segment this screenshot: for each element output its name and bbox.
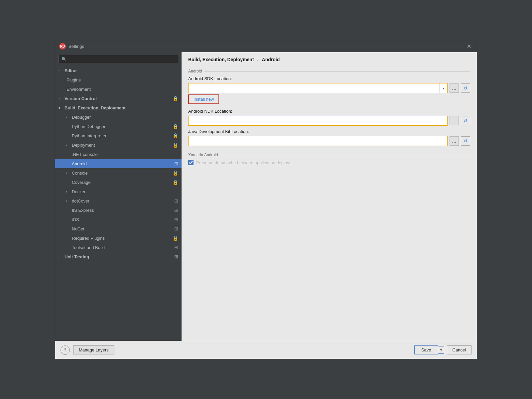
sdk-location-combo[interactable]: ▾ <box>188 83 448 93</box>
sidebar-item-label: Environment <box>66 87 91 92</box>
lock-icon: 🔒 <box>173 142 178 148</box>
sidebar-item-editor[interactable]: › Editor <box>55 66 182 75</box>
layers-icon: ⊞ <box>174 245 178 250</box>
app-icon: RD <box>59 43 66 50</box>
lock-icon: 🔒 <box>173 124 178 129</box>
ndk-ellipsis-button[interactable]: … <box>450 116 459 125</box>
sidebar-item-unit-testing[interactable]: › Unit Testing ⊞ <box>55 252 182 261</box>
sidebar-item-python-interpreter[interactable]: Python Interpreter 🔒 <box>55 131 182 140</box>
sidebar-item-deployment[interactable]: › Deployment 🔒 <box>55 140 182 150</box>
search-input[interactable] <box>68 57 175 62</box>
search-bar: 🔍 <box>55 52 182 66</box>
chevron-icon: › <box>66 171 70 175</box>
ndk-reset-button[interactable]: ↺ <box>461 116 470 125</box>
save-dropdown-button[interactable]: ▾ <box>438 346 444 354</box>
title-bar: RD Settings ✕ <box>55 40 477 52</box>
sidebar-item-label: Build, Execution, Deployment <box>65 105 125 110</box>
sidebar-item-label: Required Plugins <box>72 236 105 241</box>
sidebar-item-label: .NET console <box>72 152 98 157</box>
sidebar-item-ios[interactable]: iOS ⊞ <box>55 215 182 224</box>
close-button[interactable]: ✕ <box>465 42 473 50</box>
sidebar-item-android[interactable]: Android ⊞ <box>55 159 182 168</box>
chevron-icon: › <box>66 199 70 203</box>
sidebar-item-label: Editor <box>65 68 77 73</box>
sidebar-item-docker[interactable]: › Docker <box>55 187 182 196</box>
sidebar-item-label: Debugger <box>72 115 91 120</box>
sidebar-item-python-debugger[interactable]: Python Debugger 🔒 <box>55 122 182 131</box>
search-input-wrap[interactable]: 🔍 <box>59 55 178 63</box>
panel-body: Android Android SDK Location: ▾ … ↺ Inst… <box>182 66 477 341</box>
preserve-cache-checkbox[interactable] <box>188 160 194 165</box>
sidebar-item-console[interactable]: › Console 🔒 <box>55 168 182 178</box>
sidebar: 🔍 › Editor Plugins Environm <box>55 52 182 341</box>
sdk-combo-arrow[interactable]: ▾ <box>439 83 447 93</box>
sidebar-item-iis-express[interactable]: IIS Express ⊞ <box>55 205 182 215</box>
chevron-icon: › <box>59 97 63 100</box>
sidebar-item-label: Version Control <box>65 96 97 101</box>
preserve-cache-row: Preserve data/cache between application … <box>188 160 470 165</box>
layers-icon: ⊞ <box>174 207 178 213</box>
sidebar-item-coverage[interactable]: Coverage 🔒 <box>55 178 182 187</box>
android-section: Android Android SDK Location: ▾ … ↺ Inst… <box>188 69 470 146</box>
jdk-reset-button[interactable]: ↺ <box>461 136 470 146</box>
ndk-location-row: … ↺ <box>188 116 470 126</box>
jdk-ellipsis-button[interactable]: … <box>450 136 459 146</box>
sidebar-item-plugins[interactable]: Plugins <box>55 75 182 84</box>
sidebar-item-build-exec-deploy[interactable]: ▾ Build, Execution, Deployment <box>55 103 182 112</box>
sdk-location-input[interactable] <box>189 86 439 91</box>
sidebar-item-label: Toolset and Build <box>72 245 105 250</box>
jdk-location-row: … ↺ <box>188 136 470 146</box>
install-new-button[interactable]: Install new <box>188 94 219 104</box>
ndk-location-input[interactable] <box>188 116 448 126</box>
sdk-reset-button[interactable]: ↺ <box>461 83 470 93</box>
lock-icon: 🔒 <box>173 235 178 241</box>
sidebar-item-version-control[interactable]: › Version Control 🔒 <box>55 94 182 103</box>
chevron-icon: ▾ <box>59 106 63 110</box>
sidebar-item-dotnet-console[interactable]: .NET console <box>55 150 182 159</box>
sidebar-item-required-plugins[interactable]: Required Plugins 🔒 <box>55 233 182 243</box>
sidebar-item-label: Deployment <box>72 143 95 148</box>
cancel-button[interactable]: Cancel <box>447 345 471 354</box>
layers-icon: ⊞ <box>174 254 178 259</box>
sidebar-item-label: Python Interpreter <box>72 133 106 138</box>
save-button[interactable]: Save <box>414 345 438 354</box>
jdk-location-input[interactable] <box>188 136 448 146</box>
sidebar-item-label: Plugins <box>66 77 81 82</box>
sidebar-item-dotcover[interactable]: › dotCover ⊞ <box>55 196 182 205</box>
sidebar-item-label: NuGet <box>72 226 84 231</box>
sdk-location-row: ▾ … ↺ <box>188 83 470 93</box>
save-btn-group: Save ▾ <box>414 345 444 354</box>
manage-layers-button[interactable]: Manage Layers <box>73 345 114 354</box>
breadcrumb-separator: › <box>257 57 259 62</box>
chevron-icon: › <box>59 69 63 72</box>
title-bar-left: RD Settings <box>59 43 84 50</box>
layers-icon: ⊞ <box>174 226 178 231</box>
lock-icon: 🔒 <box>173 180 178 185</box>
preserve-cache-label: Preserve data/cache between application … <box>196 160 291 165</box>
sidebar-item-label: Python Debugger <box>72 124 105 129</box>
android-section-label: Android <box>188 69 470 73</box>
sidebar-item-toolset-build[interactable]: Toolset and Build ⊞ <box>55 243 182 252</box>
sidebar-item-environment[interactable]: Environment <box>55 84 182 94</box>
sidebar-item-debugger[interactable]: › Debugger <box>55 112 182 122</box>
layers-icon: ⊞ <box>174 198 178 203</box>
sidebar-item-label: Console <box>72 171 88 176</box>
sidebar-item-label: dotCover <box>72 199 89 203</box>
help-button[interactable]: ? <box>61 345 70 355</box>
sidebar-item-nuget[interactable]: NuGet ⊞ <box>55 224 182 233</box>
breadcrumb: Build, Execution, Deployment › Android <box>182 52 477 66</box>
sdk-ellipsis-button[interactable]: … <box>450 83 459 93</box>
main-content: 🔍 › Editor Plugins Environm <box>55 52 477 341</box>
xamarin-section-label: Xamarin.Android <box>188 153 470 157</box>
sidebar-item-label: Unit Testing <box>65 254 89 259</box>
sidebar-item-label: Docker <box>72 189 85 194</box>
sidebar-item-label: iOS <box>72 217 79 222</box>
lock-icon: 🔒 <box>173 170 178 176</box>
search-icon: 🔍 <box>62 57 66 62</box>
footer: ? Manage Layers Save ▾ Cancel <box>55 341 477 359</box>
layers-icon: ⊞ <box>174 161 178 166</box>
chevron-icon: › <box>66 115 70 119</box>
nav-list: › Editor Plugins Environment › Version C… <box>55 66 182 341</box>
chevron-icon: › <box>66 190 70 194</box>
layers-icon: ⊞ <box>174 217 178 222</box>
